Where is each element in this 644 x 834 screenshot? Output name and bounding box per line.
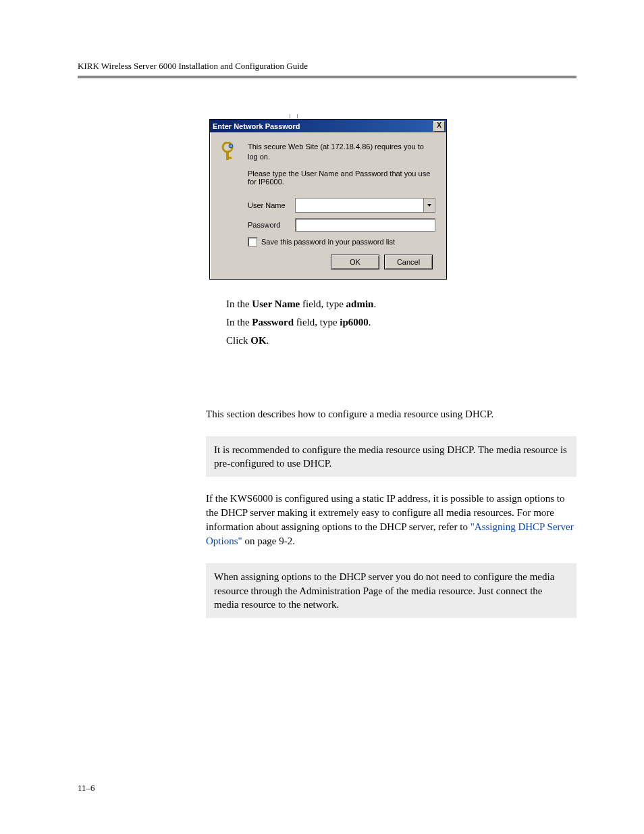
dropdown-button[interactable] — [423, 199, 435, 212]
key-icon — [221, 142, 238, 162]
section-paragraph: If the KWS6000 is configured using a sta… — [206, 492, 576, 548]
dialog-text-2: Please type the User Name and Password t… — [248, 170, 435, 186]
username-field[interactable] — [295, 198, 435, 213]
cancel-button[interactable]: Cancel — [384, 255, 433, 269]
ok-button[interactable]: OK — [331, 255, 379, 269]
page-number: 11–6 — [78, 783, 95, 793]
step-2: In the Password field, type ip6000. — [226, 317, 576, 328]
svg-point-3 — [229, 144, 233, 148]
note-box-1: It is recommended to configure the media… — [206, 436, 576, 477]
section-intro-text: This section describes how to configure … — [206, 407, 576, 421]
dialog-text-1: This secure Web Site (at 172.18.4.86) re… — [248, 142, 435, 163]
username-input[interactable] — [296, 199, 423, 212]
step-3: Click OK. — [226, 335, 576, 346]
password-dialog: Enter Network Password X This secure Web… — [209, 119, 447, 280]
chevron-down-icon — [427, 204, 431, 207]
username-label: User Name — [248, 201, 290, 209]
page-header: KIRK Wireless Server 6000 Installation a… — [78, 61, 576, 78]
note-box-2: When assigning options to the DHCP serve… — [206, 563, 576, 618]
save-password-checkbox[interactable] — [248, 237, 257, 246]
save-password-label: Save this password in your password list — [261, 238, 395, 246]
close-icon[interactable]: X — [433, 121, 445, 132]
window-handle — [290, 114, 298, 118]
password-label: Password — [248, 221, 290, 229]
password-input[interactable] — [295, 218, 435, 232]
step-1: In the User Name field, type admin. — [226, 298, 576, 310]
dialog-titlebar: Enter Network Password X — [210, 120, 446, 132]
svg-rect-2 — [226, 157, 232, 159]
dialog-title: Enter Network Password — [213, 122, 300, 130]
